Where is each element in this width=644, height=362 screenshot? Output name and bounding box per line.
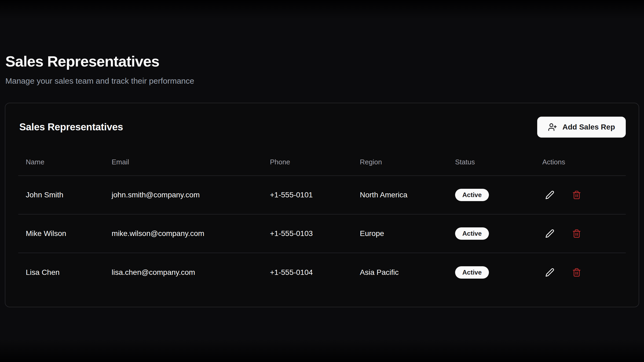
table-row: Lisa Chen lisa.chen@company.com +1-555-0…	[18, 253, 626, 292]
delete-button[interactable]	[569, 187, 584, 202]
rep-region: North America	[352, 191, 448, 199]
rep-name: Lisa Chen	[18, 268, 104, 277]
delete-button[interactable]	[569, 265, 584, 280]
trash-icon	[572, 229, 581, 238]
rep-email: lisa.chen@company.com	[104, 268, 262, 277]
table-header-row: Name Email Phone Region Status Actions	[18, 146, 626, 176]
add-sales-rep-button[interactable]: Add Sales Rep	[537, 117, 626, 138]
sales-reps-card: Sales Representatives Add Sales Rep Name…	[5, 103, 639, 307]
pencil-icon	[545, 190, 554, 200]
rep-email: john.smith@company.com	[104, 191, 262, 199]
edit-button[interactable]	[542, 265, 557, 280]
column-header-phone: Phone	[262, 146, 352, 175]
page-header: Sales Representatives Manage your sales …	[5, 0, 639, 86]
rep-status-cell: Active	[448, 266, 535, 279]
add-sales-rep-label: Add Sales Rep	[562, 123, 615, 131]
column-header-name: Name	[18, 146, 104, 175]
trash-icon	[572, 268, 581, 277]
edit-button[interactable]	[542, 226, 557, 241]
user-plus-icon	[548, 123, 557, 132]
column-header-region: Region	[352, 146, 448, 175]
rep-region: Asia Pacific	[352, 268, 448, 277]
table-row: John Smith john.smith@company.com +1-555…	[18, 176, 626, 215]
rep-status-cell: Active	[448, 189, 535, 201]
status-badge: Active	[455, 189, 489, 201]
delete-button[interactable]	[569, 226, 584, 241]
trash-icon	[572, 190, 581, 200]
rep-name: John Smith	[18, 191, 104, 199]
card-header: Sales Representatives Add Sales Rep	[5, 103, 639, 146]
rep-actions-cell	[535, 187, 626, 202]
rep-name: Mike Wilson	[18, 229, 104, 238]
rep-phone: +1-555-0103	[262, 229, 352, 238]
column-header-actions: Actions	[535, 146, 626, 175]
rep-region: Europe	[352, 229, 448, 238]
page-subtitle: Manage your sales team and track their p…	[5, 76, 639, 86]
status-badge: Active	[455, 227, 489, 240]
page: Sales Representatives Manage your sales …	[0, 0, 644, 362]
column-header-status: Status	[448, 146, 535, 175]
status-badge: Active	[455, 266, 489, 279]
page-title: Sales Representatives	[5, 53, 639, 70]
rep-status-cell: Active	[448, 227, 535, 240]
table-row: Mike Wilson mike.wilson@company.com +1-5…	[18, 215, 626, 253]
rep-actions-cell	[535, 265, 626, 280]
column-header-email: Email	[104, 146, 262, 175]
rep-phone: +1-555-0101	[262, 191, 352, 199]
rep-phone: +1-555-0104	[262, 268, 352, 277]
rep-email: mike.wilson@company.com	[104, 229, 262, 238]
sales-reps-table: Name Email Phone Region Status Actions J…	[5, 146, 639, 307]
pencil-icon	[545, 268, 554, 277]
pencil-icon	[545, 229, 554, 238]
edit-button[interactable]	[542, 187, 557, 202]
rep-actions-cell	[535, 226, 626, 241]
card-title: Sales Representatives	[19, 121, 123, 133]
